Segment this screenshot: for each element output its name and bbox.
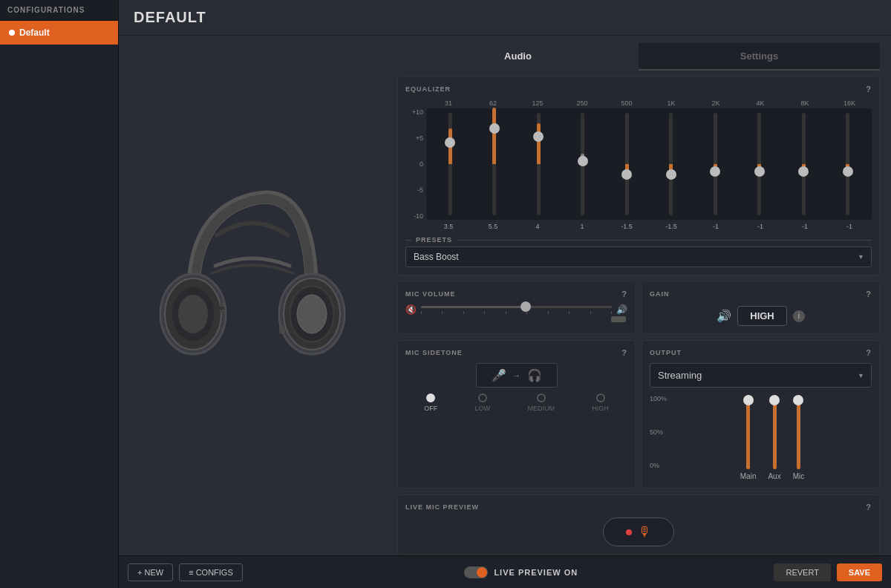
output-percent-labels: 100% 50% 0% [650, 395, 670, 469]
live-mic-preview-help[interactable]: ? [866, 503, 872, 512]
live-mic-btn-wrapper: 🎙 [405, 517, 872, 546]
eq-freq-250: 250 [560, 99, 604, 107]
bottom-left: + NEW [128, 564, 173, 581]
eq-slider-250[interactable] [562, 113, 604, 215]
eq-y-0: 0 [405, 160, 423, 168]
eq-slider-4k[interactable] [739, 113, 781, 215]
eq-help[interactable]: ? [866, 85, 872, 94]
bottom-bar: + NEW ≡ CONFIGS LIVE PREVIEW ON REVERT S… [119, 555, 891, 588]
pct-50: 50% [650, 428, 667, 436]
eq-slider-1k[interactable] [650, 113, 693, 215]
eq-val-16k: -1 [827, 223, 872, 230]
live-mic-dot [626, 529, 632, 535]
sidetone-off[interactable]: OFF [424, 393, 437, 412]
sidetone-high-radio[interactable] [596, 393, 605, 402]
eq-slider-2k[interactable] [694, 113, 737, 215]
active-dot [9, 30, 15, 36]
sidetone-low-radio[interactable] [478, 393, 487, 402]
preset-select-wrapper[interactable]: Bass Boost Flat Treble Boost Custom [405, 246, 872, 267]
eq-val-250: 1 [560, 223, 604, 230]
fader-aux-thumb[interactable] [769, 395, 780, 405]
fader-mic-track[interactable] [797, 395, 800, 469]
mic-vol-control: 🔇 [405, 304, 627, 315]
output-help[interactable]: ? [866, 348, 872, 357]
eq-y-n5: -5 [405, 186, 423, 194]
sidetone-output-row: MIC SIDETONE ? 🎤 → 🎧 [397, 340, 880, 489]
eq-slider-8k[interactable] [783, 113, 825, 215]
sidebar-item-default[interactable]: Default [0, 21, 118, 45]
configs-button[interactable]: ≡ CONFIGS [179, 564, 243, 581]
mic-vol-slider[interactable] [421, 306, 612, 314]
mic-sidetone-help[interactable]: ? [621, 348, 627, 357]
eq-val-62: 5.5 [471, 223, 515, 230]
fader-aux-label: Aux [768, 472, 780, 480]
revert-button[interactable]: REVERT [774, 564, 830, 581]
fader-mic-thumb[interactable] [793, 395, 803, 405]
headphone-icon: 🎧 [527, 368, 542, 382]
eq-val-8k: -1 [783, 223, 827, 230]
tab-settings[interactable]: Settings [639, 43, 880, 69]
sidetone-medium[interactable]: MEDIUM [527, 393, 555, 412]
bottom-right: REVERT SAVE [774, 564, 882, 581]
output-faders-section: 100% 50% 0% [650, 395, 872, 480]
sidebar-item-label: Default [19, 27, 50, 38]
fader-main-label: Main [740, 472, 757, 480]
output-select-wrapper[interactable]: Streaming Game Chat Aux [650, 363, 872, 388]
bottom-configs: ≡ CONFIGS [179, 564, 268, 581]
sidetone-low[interactable]: LOW [475, 393, 491, 412]
fader-main-fill [746, 395, 750, 469]
fader-mic-label: Mic [793, 472, 805, 480]
headphone-area [119, 36, 386, 555]
eq-val-4k: -1 [738, 223, 783, 230]
mic-gain-row: MIC VOLUME ? 🔇 [397, 281, 880, 334]
fader-main-thumb[interactable] [743, 395, 754, 405]
gain-info-icon[interactable]: i [793, 310, 805, 322]
live-mic-wave-icon: 🎙 [638, 524, 651, 540]
fader-main[interactable]: Main [740, 395, 757, 480]
tabs: Audio Settings [397, 43, 880, 71]
page-title: DEFAULT [134, 9, 876, 26]
gain-icon: 🔊 [717, 309, 731, 323]
mic-vol-help[interactable]: ? [621, 290, 627, 298]
sidetone-off-radio[interactable] [426, 393, 435, 402]
live-mic-preview-label: LIVE MIC PREVIEW [405, 503, 479, 511]
output-faders: Main Aux [673, 395, 872, 480]
gain-help[interactable]: ? [866, 290, 872, 298]
live-mic-preview-panel: LIVE MIC PREVIEW ? 🎙 [397, 494, 880, 555]
save-button[interactable]: SAVE [837, 564, 882, 581]
pct-100: 100% [650, 395, 667, 402]
mic-icon: 🎤 [492, 368, 506, 382]
eq-slider-62[interactable] [474, 113, 516, 215]
headphone-svg [148, 169, 356, 422]
fader-aux-track[interactable] [773, 395, 777, 469]
sidetone-medium-radio[interactable] [537, 393, 546, 402]
tab-audio[interactable]: Audio [397, 43, 639, 71]
fader-aux-fill [773, 395, 777, 469]
fader-aux[interactable]: Aux [768, 395, 780, 480]
preset-select[interactable]: Bass Boost Flat Treble Boost Custom [405, 246, 872, 267]
eq-y-n10: -10 [405, 212, 423, 220]
fader-main-track[interactable] [746, 395, 750, 469]
eq-freq-31: 31 [426, 99, 471, 107]
gain-label: GAIN [650, 290, 670, 298]
sidetone-high-label: HIGH [592, 405, 609, 412]
eq-slider-125[interactable] [518, 113, 560, 215]
gain-panel: GAIN ? 🔊 HIGH i [642, 281, 880, 334]
sidetone-low-label: LOW [475, 405, 491, 412]
eq-slider-16k[interactable] [827, 113, 869, 215]
output-select[interactable]: Streaming Game Chat Aux [650, 363, 872, 388]
new-button[interactable]: + NEW [128, 564, 173, 581]
eq-val-125: 4 [515, 223, 560, 230]
eq-slider-31[interactable] [429, 113, 471, 215]
mic-sidetone-panel: MIC SIDETONE ? 🎤 → 🎧 [397, 340, 636, 489]
gain-value-display[interactable]: HIGH [737, 306, 787, 326]
sidetone-high[interactable]: HIGH [592, 393, 609, 412]
fader-mic[interactable]: Mic [793, 395, 805, 480]
sidetone-icon-display: 🎤 → 🎧 [405, 363, 627, 388]
fader-mic-fill [797, 395, 800, 469]
live-mic-preview-btn[interactable]: 🎙 [603, 517, 674, 546]
mic-sidetone-label: MIC SIDETONE [405, 349, 463, 356]
eq-slider-500[interactable] [606, 113, 648, 215]
mic-icon-right: 🔊 [616, 304, 627, 315]
live-preview-toggle[interactable] [464, 566, 488, 578]
